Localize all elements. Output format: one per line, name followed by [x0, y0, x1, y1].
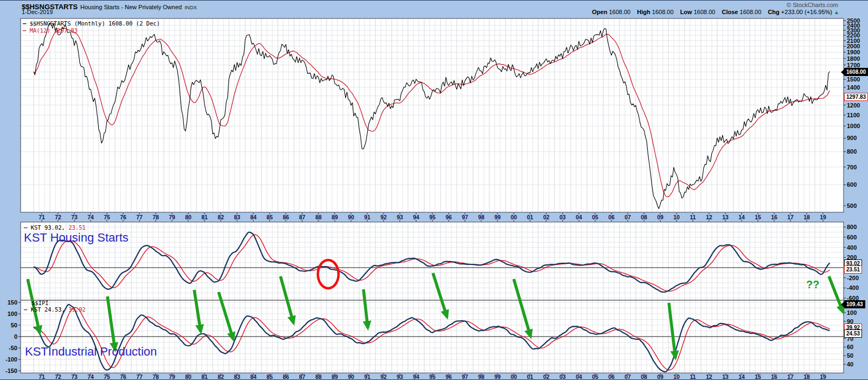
copyright-label: © StockCharts.com [787, 2, 838, 8]
ipi-kst-left-tick-label: -100 [5, 356, 17, 363]
x-axis-year-label: 84 [250, 214, 257, 220]
main-price-tick-label: 900 [847, 135, 857, 141]
x-axis-year-label: 88 [315, 214, 322, 220]
x-axis-year-label: 00 [510, 214, 517, 220]
x-axis-year-label: 72 [55, 214, 61, 220]
main-price-tick-label: 1900 [847, 49, 860, 55]
x-axis-year-label: 73 [71, 214, 78, 220]
x-axis-year-label: 86 [283, 214, 289, 220]
ipi-kst-left-tick-label: -150 [5, 368, 17, 374]
ipi-kst-value-tag: 24.53 [844, 330, 862, 338]
x-axis-year-label: 08 [641, 214, 647, 220]
x-axis-year-label: 18 [803, 214, 810, 220]
x-axis-year-label: 90 [348, 214, 354, 220]
kst-hs-tick-label: -400 [847, 284, 859, 291]
x-axis-year-label: 82 [218, 214, 224, 220]
main-price-tick-label: 1100 [847, 112, 860, 118]
question-marks-annotation: ?? [806, 278, 819, 291]
kst-hs-tick-label: 400 [847, 244, 857, 251]
ipi-price-tag: 109.43 [844, 300, 865, 308]
x-axis-year-label: 89 [331, 214, 338, 220]
tag-notch-icon [841, 301, 845, 308]
x-axis-year-label: 96 [445, 214, 452, 220]
x-axis-year-label: 75 [104, 214, 110, 220]
main-price-tick-label: 500 [847, 202, 857, 209]
chg-value: +233.00 (+16.95%) [781, 9, 832, 15]
x-axis-year-label: 12 [706, 214, 712, 220]
x-axis-year-label: 95 [429, 214, 436, 220]
x-axis-year-label: 98 [478, 214, 484, 220]
chg-label: Chg [768, 9, 779, 15]
stockcharts-chart-page: 7171727273737474757576767777787879798080… [0, 0, 868, 380]
x-axis-year-label: 11 [690, 214, 695, 220]
main-price-tick-label: 800 [847, 148, 857, 155]
kst-hs-tick-label: -200 [847, 275, 859, 281]
main-price-tick-label: 1000 [847, 123, 860, 129]
main-legend-line1: — $$HSNGSTARTS (Monthly) 1608.00 (2 Dec) [23, 20, 160, 27]
main-legend-line2: — MA(12) 1297.83 [23, 27, 78, 34]
symbol-description: Housing Starts - New Privately Owned [80, 4, 182, 10]
kst-ipi-signal-value: 39.92 [68, 306, 86, 313]
x-axis-year-label: 15 [755, 214, 761, 220]
kst-ipi-legend: — KST 24.53, 39.92 [24, 306, 86, 313]
main-price-tick-label: 600 [847, 181, 857, 188]
x-axis-year-label: 05 [592, 214, 598, 220]
main-price-tick-label: 1200 [847, 102, 860, 109]
ipi-price-tick-label: 100 [847, 309, 857, 316]
x-axis-year-label: 99 [494, 214, 501, 220]
x-axis-year-label: 17 [787, 214, 794, 220]
kst-hs-legend: — KST 93.02, 23.51 [24, 224, 86, 231]
x-axis-year-label: 77 [136, 214, 143, 220]
x-axis-year-label: 78 [152, 214, 159, 220]
ma-legend-text: MA(12) 1297.83 [30, 27, 78, 34]
ipi-kst-left-tick-label: 150 [8, 299, 17, 306]
ipi-kst-left-tick-label: 50 [11, 322, 17, 328]
x-axis-year-label: 93 [397, 214, 403, 220]
x-axis-year-label: 79 [169, 214, 175, 220]
ipi-symbol-label: $$IPI [31, 300, 49, 306]
close-label: Close [722, 9, 738, 15]
kst-ipi-legend-text: KST 24.53, [31, 306, 65, 313]
main-price-tick-label: 1800 [847, 55, 860, 62]
price-legend-text: $$HSNGSTARTS (Monthly) 1608.00 (2 Dec) [30, 20, 160, 27]
x-axis-year-label: 85 [266, 214, 273, 220]
up-arrow-icon: ▲ [834, 9, 839, 15]
x-axis-year-label: 92 [380, 214, 387, 220]
annotation-kst-industrial-production: KSTIndustrial Production [25, 345, 157, 359]
x-axis-year-label: 71 [39, 214, 45, 220]
x-axis-year-label: 87 [299, 214, 305, 220]
kst-ipi-dash-icon: — [24, 306, 27, 313]
x-axis-year-label: 97 [462, 214, 468, 220]
x-axis-year-label: 19 [820, 214, 826, 220]
last-price-tag: 1608.00 [844, 68, 868, 76]
x-axis-year-label: 76 [120, 214, 126, 220]
x-axis-year-label: 03 [559, 214, 566, 220]
x-axis-year-label: 06 [608, 214, 615, 220]
ma-legend-dash-icon: — [23, 27, 26, 34]
chart-date: 1-Dec-2019 [22, 9, 53, 15]
main-price-tick-label: 1500 [847, 76, 860, 83]
x-axis-year-label: 80 [185, 214, 192, 220]
kst-hs-signal-tag: 23.51 [844, 265, 862, 274]
price-legend-dash-icon: — [23, 20, 26, 27]
kst-hs-legend-text: KST 93.02, [31, 224, 65, 231]
open-label: Open [592, 9, 607, 15]
x-axis-year-label: 10 [673, 214, 680, 220]
low-label: Low [680, 9, 692, 15]
exchange-label: INDX [184, 4, 197, 10]
main-price-tick-label: 1700 [847, 62, 860, 68]
main-price-tick-label: 1400 [847, 84, 860, 91]
x-axis-year-label: 04 [576, 214, 582, 220]
annotation-kst-housing-starts: KST Housing Starts [24, 231, 129, 245]
ipi-price-tick-label: 50 [847, 352, 853, 359]
ma-value-tag: 1297.83 [844, 93, 868, 101]
high-label: High [637, 9, 650, 15]
x-axis-year-label: 13 [722, 214, 729, 220]
x-axis-year-label: 16 [771, 214, 777, 220]
kst-hs-tick-label: 600 [847, 234, 857, 240]
ipi-price-tick-label: 40 [847, 361, 853, 368]
chart-canvas: 7171727273737474757576767777787879798080… [0, 1, 868, 380]
tag-notch-icon [841, 69, 845, 75]
ipi-kst-left-tick-label: -50 [9, 345, 17, 351]
ipi-kst-left-tick-label: 0 [14, 333, 17, 340]
